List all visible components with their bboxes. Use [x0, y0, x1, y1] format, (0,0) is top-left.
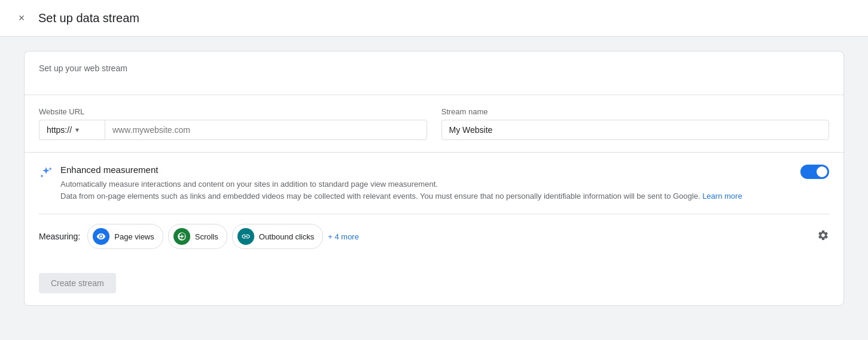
- page-title: Set up data stream: [38, 11, 139, 25]
- action-row: Create stream: [25, 261, 843, 305]
- enhanced-measurement-title: Enhanced measurement: [60, 165, 742, 175]
- protocol-value: https://: [47, 125, 72, 135]
- chip-outbound-clicks: Outbound clicks: [232, 224, 324, 249]
- chip-outbound-clicks-label: Outbound clicks: [259, 232, 315, 241]
- name-form-group: Stream name: [441, 107, 830, 140]
- protocol-select[interactable]: https:// ▾: [39, 120, 105, 140]
- inputs-section: Website URL https:// ▾ Stream name: [25, 95, 843, 153]
- chip-scrolls: Scrolls: [168, 224, 227, 249]
- chip-page-views: Page views: [87, 224, 163, 249]
- chip-page-views-label: Page views: [114, 232, 154, 241]
- outbound-clicks-icon: [237, 228, 254, 245]
- gear-icon[interactable]: [817, 229, 829, 244]
- measuring-label: Measuring:: [39, 232, 80, 241]
- more-link[interactable]: + 4 more: [328, 232, 359, 241]
- web-stream-section: Set up your web stream: [25, 51, 843, 95]
- chip-scrolls-label: Scrolls: [195, 232, 218, 241]
- create-stream-button[interactable]: Create stream: [39, 273, 116, 293]
- stream-name-input[interactable]: [441, 120, 830, 140]
- enhanced-measurement-icon: [39, 166, 53, 184]
- url-input-row: https:// ▾: [39, 120, 427, 140]
- measuring-chips: Page views Scrolls: [87, 224, 810, 249]
- close-button[interactable]: ×: [14, 11, 29, 25]
- toggle-slider: [800, 165, 829, 179]
- url-label: Website URL: [39, 107, 427, 116]
- enhanced-header: Enhanced measurement Automatically measu…: [39, 165, 829, 202]
- enhanced-measurement-description: Automatically measure interactions and c…: [60, 178, 742, 202]
- enhanced-measurement-content: Enhanced measurement Automatically measu…: [60, 165, 742, 202]
- web-stream-title: Set up your web stream: [39, 63, 829, 73]
- page-header: × Set up data stream: [0, 0, 868, 37]
- url-form-group: Website URL https:// ▾: [39, 107, 427, 140]
- enhanced-measurement-section: Enhanced measurement Automatically measu…: [25, 153, 843, 261]
- stream-name-label: Stream name: [441, 107, 830, 116]
- form-row: Website URL https:// ▾ Stream name: [39, 107, 829, 140]
- learn-more-link[interactable]: Learn more: [702, 192, 742, 201]
- enhanced-header-left: Enhanced measurement Automatically measu…: [39, 165, 793, 202]
- setup-card: Set up your web stream Website URL https…: [24, 51, 844, 306]
- main-content: Set up your web stream Website URL https…: [0, 37, 868, 320]
- page-views-icon: [93, 228, 109, 245]
- enhanced-measurement-toggle[interactable]: [800, 165, 829, 179]
- website-url-input[interactable]: [105, 120, 427, 140]
- chevron-down-icon: ▾: [75, 126, 79, 134]
- measuring-row: Measuring: Page views: [39, 214, 829, 249]
- scrolls-icon: [173, 228, 190, 245]
